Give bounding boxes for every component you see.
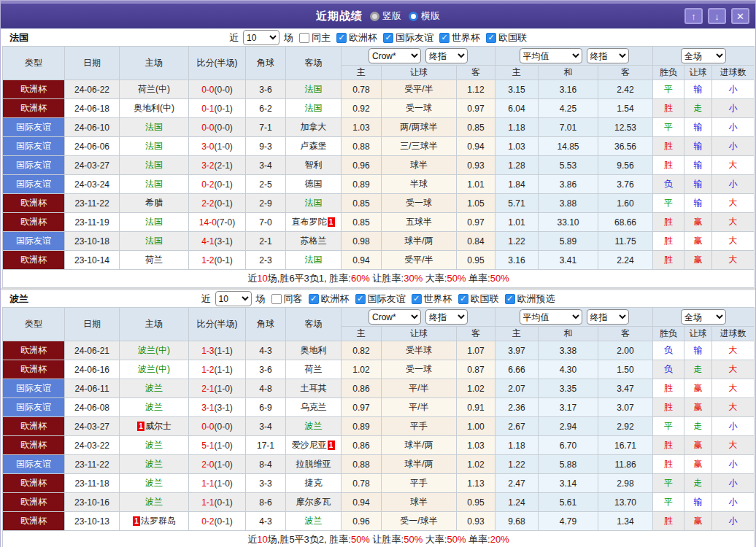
bookmaker-select[interactable]: Crow* xyxy=(369,309,421,325)
match-type-badge: 国际友谊 xyxy=(3,118,65,137)
result-outcome: 胜 xyxy=(653,137,684,156)
result-goals: 小 xyxy=(712,474,755,493)
match-row: 国际友谊23-10-18法国4-1(3-1)2-1苏格兰0.98球半/两0.84… xyxy=(3,232,755,251)
competition-checkbox[interactable]: ✓ xyxy=(383,33,393,43)
average-group-header: 平均值终指 xyxy=(495,47,653,66)
avg-home: 2.47 xyxy=(495,474,539,493)
odds-home: 0.94 xyxy=(342,251,382,270)
score: 0-0(0-0) xyxy=(189,80,246,99)
result-outcome: 平 xyxy=(653,493,684,512)
avg-away: 11.86 xyxy=(598,455,653,474)
scope-select[interactable]: 全场 xyxy=(681,309,726,325)
corner-score: 8-4 xyxy=(246,455,286,474)
avg-home: 3.97 xyxy=(495,341,539,360)
corner-score: 8-6 xyxy=(246,493,286,512)
competition-checkbox[interactable]: ✓ xyxy=(439,33,450,43)
horizontal-layout-label: 横版 xyxy=(421,9,440,23)
column-subheader: 主 xyxy=(495,66,539,80)
match-date: 23-10-16 xyxy=(65,493,120,512)
avg-home: 5.71 xyxy=(495,194,539,213)
avg-home: 1.18 xyxy=(495,118,539,137)
score: 14-0(7-0) xyxy=(189,213,246,232)
away-team: 奥地利 xyxy=(286,341,342,360)
away-team: 爱沙尼亚1 xyxy=(286,436,342,455)
match-count-select[interactable]: 10 xyxy=(243,30,279,45)
match-row: 国际友谊24-06-10法国0-0(0-0)7-1加拿大1.03两/两球半0.8… xyxy=(3,118,755,137)
avg-draw: 5.88 xyxy=(539,455,598,474)
home-team: 波兰 xyxy=(120,474,189,493)
competition-label: 欧洲杯 xyxy=(321,292,350,306)
match-date: 23-11-22 xyxy=(65,194,120,213)
avg-draw: 2.94 xyxy=(539,417,598,436)
result-outcome: 胜 xyxy=(653,251,684,270)
scope-select[interactable]: 全场 xyxy=(681,48,726,63)
corner-score: 17-1 xyxy=(246,436,286,455)
filter-row: 波兰近10场同客✓欧洲杯✓国际友谊✓世界杯✓欧国联✓欧洲预选 xyxy=(1,290,755,307)
avg-away: 1.60 xyxy=(598,194,653,213)
average-select[interactable]: 平均值 xyxy=(520,309,582,325)
avg-away: 68.66 xyxy=(598,213,653,232)
away-team: 摩尔多瓦 xyxy=(286,493,342,512)
horizontal-layout-radio[interactable]: 横版 xyxy=(409,9,440,23)
match-date: 23-10-14 xyxy=(65,251,120,270)
titlebar: 近期战绩 竖版 横版 ↑ ↓ ✕ xyxy=(1,4,755,28)
result-handicap: 输 xyxy=(684,341,712,360)
avg-stage-select[interactable]: 终指 xyxy=(587,48,629,63)
avg-draw: 5.61 xyxy=(539,493,598,512)
score: 4-1(3-1) xyxy=(189,232,246,251)
average-select[interactable]: 平均值 xyxy=(520,48,582,63)
corner-score: 6-9 xyxy=(246,398,286,417)
odds-away: 1.07 xyxy=(457,341,495,360)
result-goals: 小 xyxy=(712,417,755,436)
odds-handicap: 受平/半 xyxy=(382,251,457,270)
match-date: 24-03-27 xyxy=(65,156,120,175)
home-team: 波兰 xyxy=(120,493,189,512)
result-handicap: 输 xyxy=(684,493,712,512)
score: 2-1(1-0) xyxy=(189,379,246,398)
competition-checkbox[interactable]: ✓ xyxy=(336,33,347,43)
filter-controls: 近10场同客✓欧洲杯✓国际友谊✓世界杯✓欧国联✓欧洲预选 xyxy=(1,291,755,306)
match-date: 24-03-27 xyxy=(65,417,120,436)
odds-away: 1.02 xyxy=(457,455,495,474)
move-up-button[interactable]: ↑ xyxy=(684,8,703,24)
team-section: 法国近10场同主✓欧洲杯✓国际友谊✓世界杯✓欧国联类型日期主场比分(半场)角球客… xyxy=(1,28,755,288)
result-handicap: 赢 xyxy=(684,436,712,455)
competition-checkbox[interactable]: ✓ xyxy=(355,294,366,304)
avg-away: 3.07 xyxy=(598,398,653,417)
corner-score: 9-3 xyxy=(246,137,286,156)
odds-away: 0.85 xyxy=(457,118,495,137)
competition-checkbox[interactable]: ✓ xyxy=(486,33,496,43)
close-icon: ✕ xyxy=(736,12,744,21)
result-goals: 小 xyxy=(712,512,755,531)
column-subheader: 让球 xyxy=(684,327,712,341)
odds-away: 0.84 xyxy=(457,232,495,251)
vertical-layout-radio[interactable]: 竖版 xyxy=(370,9,401,23)
result-handicap: 走 xyxy=(684,99,712,118)
avg-stage-select[interactable]: 终指 xyxy=(587,309,629,325)
move-down-button[interactable]: ↓ xyxy=(708,8,726,24)
same-venue-checkbox[interactable] xyxy=(271,294,282,304)
odds-stage-select[interactable]: 终指 xyxy=(425,309,468,325)
odds-handicap: 平/半 xyxy=(382,379,457,398)
competition-checkbox[interactable]: ✓ xyxy=(309,294,319,304)
away-team: 捷克 xyxy=(286,474,342,493)
match-type-badge: 欧洲杯 xyxy=(3,436,65,455)
result-handicap: 走 xyxy=(684,474,712,493)
corner-score: 3-6 xyxy=(246,360,286,379)
arrow-down-icon: ↓ xyxy=(714,12,720,21)
close-button[interactable]: ✕ xyxy=(731,8,749,24)
avg-draw: 3.86 xyxy=(539,175,598,194)
bookmaker-select[interactable]: Crow* xyxy=(369,48,421,63)
odds-home: 0.82 xyxy=(342,341,382,360)
competition-checkbox[interactable]: ✓ xyxy=(412,294,422,304)
competition-checkbox[interactable]: ✓ xyxy=(505,294,515,304)
result-goals: 大 xyxy=(712,213,755,232)
odds-group-header: Crow*终指 xyxy=(342,47,495,66)
same-venue-checkbox[interactable] xyxy=(299,33,309,43)
match-count-select[interactable]: 10 xyxy=(215,291,252,306)
away-team: 乌克兰 xyxy=(286,398,342,417)
competition-checkbox[interactable]: ✓ xyxy=(458,294,468,304)
match-row: 欧洲杯24-03-271威尔士0-0(0-0)3-4波兰0.89平手1.002.… xyxy=(3,417,755,436)
odds-stage-select[interactable]: 终指 xyxy=(425,48,468,63)
odds-home: 0.78 xyxy=(342,80,382,99)
